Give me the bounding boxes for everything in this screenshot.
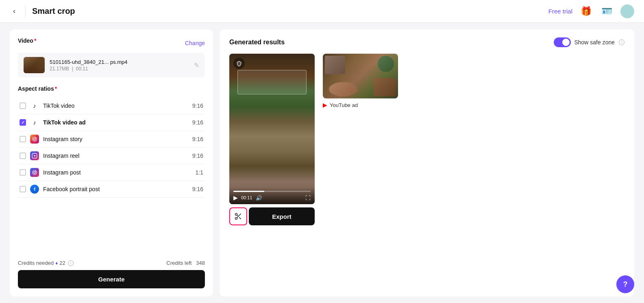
ratio-item-instagram-post[interactable]: Instagram post 1:1: [18, 164, 205, 181]
ratio-name-instagram-post: Instagram post: [43, 169, 191, 176]
instagram-reel-icon: [30, 151, 39, 160]
checkbox-instagram-story[interactable]: [20, 136, 26, 142]
instagram-post-icon: [30, 168, 39, 177]
yt-food-item-2: [378, 56, 394, 72]
ratio-value-tiktok-video: 9:16: [192, 102, 203, 109]
ratio-value-tiktok-video-ad: 9:16: [192, 119, 203, 126]
safe-zone-box: [237, 70, 307, 94]
credits-left: Credits left 348: [166, 260, 205, 266]
ratio-name-instagram-reel: Instagram reel: [43, 153, 188, 159]
yt-food-item-1: [325, 56, 345, 74]
credits-info-icon[interactable]: i: [68, 260, 74, 266]
ratio-name-facebook-portrait: Facebook portrait post: [43, 186, 188, 192]
ratio-item-tiktok-video[interactable]: ♪ TikTok video 9:16: [18, 98, 205, 114]
youtube-result-card: ▶ YouTube ad: [323, 54, 398, 288]
header-left: ‹ Smart crop: [10, 5, 75, 17]
ratio-item-facebook-portrait[interactable]: f Facebook portrait post 9:16: [18, 181, 205, 198]
avatar[interactable]: [620, 4, 634, 18]
checkbox-tiktok-video[interactable]: [20, 102, 26, 109]
left-footer: Credits needed ♦ 22 i Credits left 348 G…: [18, 255, 205, 288]
ratio-item-instagram-story[interactable]: Instagram story 9:16: [18, 131, 205, 148]
svg-point-6: [33, 170, 37, 175]
svg-point-9: [235, 218, 237, 220]
video-controls: ▶ 00:11 🔊 ⛶: [229, 187, 315, 204]
video-meta: 21.17MB | 00:11: [50, 66, 189, 72]
video-file-box: 5101165-uhd_3840_21... ps.mp4 21.17MB | …: [18, 53, 205, 77]
credits-row: Credits needed ♦ 22 i Credits left 348: [18, 260, 205, 266]
svg-line-11: [239, 217, 241, 219]
facebook-icon: f: [30, 185, 39, 194]
svg-point-8: [235, 214, 237, 216]
time-display: 00:11: [241, 195, 252, 200]
generate-button[interactable]: Generate: [18, 270, 205, 288]
aspect-required-star: *: [55, 85, 57, 92]
ratio-name-tiktok-video: TikTok video: [43, 102, 188, 109]
checkbox-instagram-post[interactable]: [20, 169, 26, 176]
svg-line-12: [237, 215, 238, 216]
safe-zone-info-icon[interactable]: i: [619, 39, 624, 45]
tiktok-result-card: ▶ 00:11 🔊 ⛶: [229, 54, 315, 288]
aspect-ratio-list: ♪ TikTok video 9:16 ♪ TikTok video ad 9:…: [18, 98, 205, 249]
header-right: Free trial 🎁 🪪: [548, 4, 634, 18]
svg-point-5: [34, 172, 36, 174]
checkbox-facebook-portrait[interactable]: [20, 186, 26, 192]
help-fab-button[interactable]: ?: [616, 275, 634, 293]
right-panel: Generated results Show safe zone i: [220, 29, 634, 296]
aspect-ratios-label: Aspect ratios*: [18, 85, 205, 92]
yt-food-item-4: [374, 78, 396, 96]
video-info: 5101165-uhd_3840_21... ps.mp4 21.17MB | …: [50, 59, 189, 72]
left-panel: Video* Change 5101165-uhd_3840_21... ps.…: [10, 29, 213, 296]
expand-button[interactable]: ⛶: [305, 195, 311, 201]
volume-button[interactable]: 🔊: [256, 195, 262, 201]
play-button[interactable]: ▶: [233, 194, 238, 201]
svg-point-1: [33, 137, 37, 142]
video-action-row: Export: [229, 207, 315, 225]
gift-icon-button[interactable]: 🎁: [579, 4, 593, 18]
ratio-name-tiktok-video-ad: TikTok video ad: [43, 119, 188, 126]
checkbox-tiktok-video-ad[interactable]: [20, 119, 26, 126]
youtube-label-text: YouTube ad: [330, 102, 358, 108]
youtube-icon: ▶: [323, 102, 327, 108]
progress-fill: [233, 191, 264, 192]
toggle-knob: [562, 39, 570, 46]
safe-zone-toggle: Show safe zone i: [554, 37, 624, 47]
checkbox-instagram-reel[interactable]: [20, 153, 26, 159]
cut-button[interactable]: [229, 207, 247, 225]
youtube-label: ▶ YouTube ad: [323, 102, 398, 108]
controls-row: ▶ 00:11 🔊 ⛶: [233, 194, 311, 201]
header-divider: [25, 6, 26, 17]
free-trial-link[interactable]: Free trial: [548, 8, 572, 15]
safe-zone-switch[interactable]: [554, 37, 571, 47]
youtube-thumbnail: [323, 54, 398, 98]
ratio-item-instagram-reel[interactable]: Instagram reel 9:16: [18, 148, 205, 164]
ratio-value-instagram-story: 9:16: [192, 136, 203, 142]
required-star: *: [34, 37, 36, 44]
results-grid: ▶ 00:11 🔊 ⛶: [229, 54, 624, 288]
safe-zone-label: Show safe zone: [574, 39, 615, 46]
back-button[interactable]: ‹: [10, 5, 19, 17]
header: ‹ Smart crop Free trial 🎁 🪪: [0, 0, 644, 23]
export-button[interactable]: Export: [249, 207, 315, 225]
ratio-item-tiktok-video-ad[interactable]: ♪ TikTok video ad 9:16: [18, 114, 205, 131]
tiktok-icon-ad: ♪: [30, 118, 39, 127]
ratio-value-instagram-post: 1:1: [196, 169, 203, 176]
page-title: Smart crop: [32, 7, 75, 16]
tiktok-icon: ♪: [30, 101, 39, 110]
card-icon-button[interactable]: 🪪: [600, 4, 614, 18]
right-header: Generated results Show safe zone i: [229, 37, 624, 47]
svg-point-2: [35, 137, 36, 138]
progress-bar[interactable]: [233, 191, 311, 192]
svg-marker-4: [34, 155, 36, 157]
change-video-link[interactable]: Change: [185, 40, 205, 46]
video-player: ▶ 00:11 🔊 ⛶: [229, 54, 315, 204]
main-content: Video* Change 5101165-uhd_3840_21... ps.…: [0, 23, 644, 303]
video-header: Video* Change: [18, 37, 205, 49]
video-thumbnail: [24, 57, 45, 73]
edit-video-icon[interactable]: ✎: [194, 61, 199, 69]
video-filename: 5101165-uhd_3840_21... ps.mp4: [50, 59, 189, 65]
instagram-story-icon: [30, 135, 39, 144]
video-section-label: Video*: [18, 37, 36, 44]
yt-food-item-3: [329, 82, 357, 96]
ratio-value-facebook-portrait: 9:16: [192, 186, 203, 192]
ratio-name-instagram-story: Instagram story: [43, 136, 188, 142]
